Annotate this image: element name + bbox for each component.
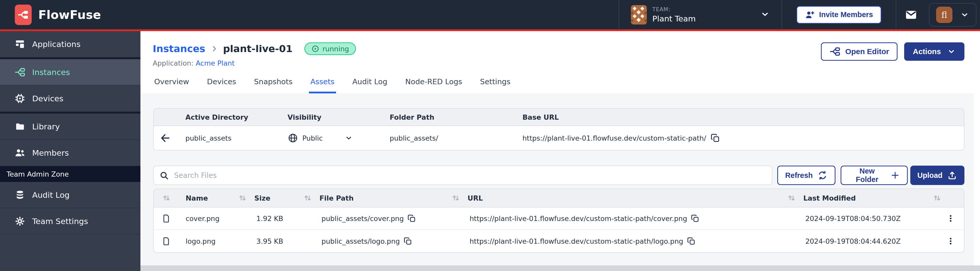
column-label: Size	[254, 194, 270, 202]
copy-base-url-button[interactable]	[710, 133, 720, 143]
tab-settings[interactable]: Settings	[479, 77, 512, 94]
team-selector[interactable]: TEAM: Plant Team	[619, 0, 781, 29]
tab-overview[interactable]: Overview	[153, 77, 191, 94]
directory-panel-header: Active Directory Visibility Folder Path …	[154, 109, 964, 126]
devices-icon	[14, 93, 25, 104]
notifications-button[interactable]	[896, 0, 926, 29]
row-actions-button[interactable]	[926, 214, 964, 223]
brand[interactable]: FlowFuse	[0, 5, 101, 25]
active-directory-panel: Active Directory Visibility Folder Path …	[153, 108, 964, 151]
sidebar-item-library[interactable]: Library	[0, 114, 140, 140]
tab-snapshots[interactable]: Snapshots	[253, 77, 294, 94]
upload-label: Upload	[918, 171, 942, 180]
sidebar-item-team-settings[interactable]: Team Settings	[0, 208, 140, 235]
table-row[interactable]: logo.png 3.95 KB public_assets/logo.png	[154, 230, 964, 252]
copy-path-button[interactable]	[403, 237, 412, 246]
file-icon	[162, 214, 171, 223]
column-label: File Path	[320, 194, 354, 202]
copy-icon	[687, 237, 695, 246]
sort-icon	[787, 193, 796, 203]
status-label: running	[323, 45, 349, 53]
navbar-right: TEAM: Plant Team Invite Members	[619, 0, 980, 29]
back-arrow-button[interactable]	[154, 132, 177, 144]
sort-icon	[238, 193, 247, 203]
sort-control[interactable]	[926, 193, 964, 203]
sidebar-item-label: Library	[32, 122, 60, 131]
chevron-down-icon	[760, 10, 770, 20]
tab-audit-log[interactable]: Audit Log	[351, 77, 389, 94]
file-modified: 2024-09-19T08:04:50.730Z	[781, 215, 926, 222]
table-row[interactable]: cover.png 1.92 KB public_assets/cover.pn…	[154, 208, 964, 230]
sidebar-item-label: Audit Log	[32, 190, 70, 200]
status-badge: running	[304, 42, 356, 55]
copy-path-button[interactable]	[407, 214, 416, 223]
file-url: https://plant-live-01.flowfuse.dev/custo…	[469, 215, 687, 222]
tab-assets[interactable]: Assets	[309, 77, 336, 94]
col-visibility: Visibility	[279, 113, 381, 121]
members-icon	[14, 147, 25, 158]
flowfuse-logo-icon	[15, 5, 32, 25]
invite-members-button[interactable]: Invite Members	[796, 6, 881, 24]
upload-button[interactable]: Upload	[910, 166, 964, 185]
globe-icon	[288, 133, 298, 143]
sidebar-item-devices[interactable]: Devices	[0, 86, 140, 112]
sidebar: Applications Instances	[0, 31, 140, 271]
sidebar-item-members[interactable]: Members	[0, 140, 140, 166]
team-label: TEAM:	[652, 6, 696, 13]
refresh-icon	[817, 170, 827, 181]
column-header-file-path[interactable]: File Path	[297, 193, 445, 203]
sort-icon	[162, 193, 171, 203]
tab-devices[interactable]: Devices	[205, 77, 238, 94]
play-circle-icon	[311, 44, 320, 53]
files-table: Name Size File Path	[153, 189, 964, 253]
library-icon	[14, 121, 25, 132]
team-avatar	[631, 5, 647, 24]
column-label: URL	[468, 194, 483, 202]
copy-url-button[interactable]	[687, 237, 695, 246]
copy-icon	[691, 214, 699, 223]
sidebar-item-instances[interactable]: Instances	[0, 59, 140, 86]
sidebar-item-applications[interactable]: Applications	[0, 31, 140, 57]
file-icon	[162, 236, 171, 246]
files-toolbar: Refresh New Folder Upload	[153, 166, 964, 185]
breadcrumb-instances-link[interactable]: Instances	[153, 43, 205, 54]
user-avatar: fl	[936, 6, 953, 23]
chevron-down-icon	[960, 10, 969, 19]
application-link[interactable]: Acme Plant	[196, 59, 235, 67]
user-menu[interactable]: fl	[929, 3, 977, 27]
search-files-input[interactable]	[153, 166, 772, 185]
brand-name: FlowFuse	[38, 8, 101, 22]
column-header-url[interactable]: URL	[445, 193, 781, 203]
new-folder-button[interactable]: New Folder	[841, 166, 908, 185]
chevron-down-icon	[947, 47, 956, 56]
copy-url-button[interactable]	[691, 214, 699, 223]
column-header-name[interactable]: Name	[179, 194, 232, 202]
scrollbar-track[interactable]	[974, 31, 980, 265]
actions-button[interactable]: Actions	[904, 42, 964, 61]
sort-control[interactable]	[154, 193, 179, 203]
team-admin-zone-label: Team Admin Zone	[6, 170, 69, 178]
directory-name: public_assets	[177, 134, 279, 142]
tab-node-red-logs[interactable]: Node-RED Logs	[404, 77, 464, 94]
copy-icon	[710, 133, 720, 143]
visibility-select[interactable]: Public	[279, 133, 381, 143]
column-label: Name	[186, 194, 208, 202]
file-url-cell: https://plant-live-01.flowfuse.dev/custo…	[445, 214, 781, 223]
sidebar-item-audit-log[interactable]: Audit Log	[0, 182, 140, 208]
search-icon	[159, 171, 169, 181]
audit-log-icon	[14, 190, 25, 200]
col-base-url: Base URL	[514, 113, 964, 121]
base-url-value: https://plant-live-01.flowfuse.dev/custo…	[522, 134, 706, 142]
col-active-directory: Active Directory	[177, 113, 279, 121]
column-header-last-modified[interactable]: Last Modified	[781, 193, 926, 203]
column-header-size[interactable]: Size	[232, 193, 297, 203]
copy-icon	[407, 214, 416, 223]
file-url: https://plant-live-01.flowfuse.dev/custo…	[469, 237, 683, 245]
upload-icon	[947, 170, 957, 181]
row-actions-button[interactable]	[926, 236, 964, 246]
file-url-cell: https://plant-live-01.flowfuse.dev/custo…	[445, 237, 781, 246]
arrow-left-icon	[159, 132, 171, 144]
refresh-button[interactable]: Refresh	[777, 166, 835, 185]
directory-panel-row: public_assets Public public_assets/	[154, 126, 964, 150]
open-editor-button[interactable]: Open Editor	[821, 42, 897, 61]
